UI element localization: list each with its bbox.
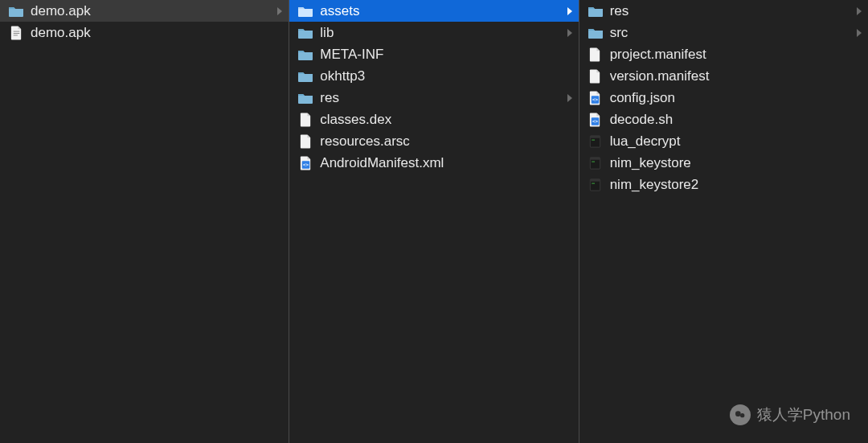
svg-rect-11 (592, 139, 595, 140)
file-row[interactable]: nim_keystore2 (579, 174, 868, 195)
file-row[interactable]: version.manifest (579, 65, 868, 87)
item-label: nim_keystore2 (610, 177, 863, 193)
folder-row[interactable]: META-INF (289, 43, 578, 65)
svg-rect-13 (590, 157, 600, 159)
item-label: res (320, 90, 559, 106)
column-2[interactable]: res src project.manifest version.manifes… (579, 0, 868, 443)
file-row[interactable]: lua_decrypt (579, 130, 868, 152)
item-label: demo.apk (31, 3, 269, 19)
chevron-right-icon (855, 3, 863, 19)
file-row[interactable]: project.manifest (579, 43, 868, 65)
column-1[interactable]: assets lib META-INF okhttp3 res classes.… (289, 0, 579, 443)
watermark: 猿人学Python (730, 404, 850, 425)
svg-text:<>: <> (592, 96, 599, 102)
svg-rect-16 (590, 178, 600, 181)
file-row[interactable]: classes.dex (289, 109, 578, 130)
file-row[interactable]: nim_keystore (579, 152, 868, 174)
chevron-right-icon (566, 3, 574, 19)
svg-rect-17 (592, 183, 595, 183)
svg-rect-14 (592, 161, 595, 162)
folder-icon (297, 4, 313, 18)
folder-icon (297, 91, 313, 105)
folder-row[interactable]: demo.apk (0, 0, 289, 22)
file-row[interactable]: <> config.json (579, 87, 868, 109)
svg-text:<>: <> (303, 162, 309, 167)
folder-icon (297, 26, 313, 39)
folder-icon (297, 69, 313, 83)
item-label: AndroidManifest.xml (320, 155, 573, 171)
folder-row[interactable]: assets (289, 0, 578, 22)
svg-rect-2 (13, 35, 17, 35)
folder-row[interactable]: res (579, 0, 868, 22)
file-code-icon: <> (297, 156, 313, 170)
file-icon (588, 69, 604, 83)
folder-row[interactable]: src (579, 22, 868, 43)
item-label: classes.dex (320, 112, 573, 128)
file-row[interactable]: <> decode.sh (579, 109, 868, 130)
folder-icon (297, 47, 313, 61)
file-icon (588, 47, 604, 61)
item-label: version.manifest (610, 68, 863, 84)
file-row[interactable]: demo.apk (0, 22, 289, 43)
chevron-right-icon (566, 90, 574, 106)
file-doc-icon (8, 26, 24, 39)
svg-text:<>: <> (592, 118, 599, 124)
file-icon (297, 113, 313, 126)
chevron-right-icon (855, 25, 863, 41)
folder-icon (8, 4, 24, 18)
svg-point-18 (735, 411, 741, 416)
file-row[interactable]: resources.arsc (289, 130, 578, 152)
item-label: config.json (610, 90, 863, 106)
finder-columns: demo.apk demo.apk assets lib META-INF ok… (0, 0, 868, 443)
chevron-right-icon (276, 3, 284, 19)
file-exec-icon (588, 134, 604, 148)
file-row[interactable]: <> AndroidManifest.xml (289, 152, 578, 174)
svg-rect-0 (13, 31, 19, 31)
item-label: okhttp3 (320, 68, 573, 84)
item-label: decode.sh (610, 112, 863, 128)
column-0[interactable]: demo.apk demo.apk (0, 0, 289, 443)
svg-rect-10 (590, 135, 600, 137)
folder-icon (588, 26, 604, 39)
wechat-icon (730, 404, 751, 425)
svg-rect-1 (13, 33, 19, 34)
item-label: assets (320, 3, 559, 19)
item-label: src (610, 25, 849, 41)
item-label: demo.apk (31, 25, 284, 41)
file-exec-icon (588, 178, 604, 191)
folder-row[interactable]: lib (289, 22, 578, 43)
chevron-right-icon (566, 25, 574, 41)
file-code-icon: <> (588, 91, 604, 105)
item-label: resources.arsc (320, 133, 573, 150)
item-label: res (610, 3, 849, 19)
watermark-text: 猿人学Python (757, 404, 850, 425)
folder-row[interactable]: res (289, 87, 578, 109)
svg-point-19 (740, 413, 744, 417)
item-label: project.manifest (610, 47, 863, 63)
file-code-icon: <> (588, 113, 604, 126)
file-icon (297, 134, 313, 148)
item-label: lib (320, 25, 559, 41)
item-label: lua_decrypt (610, 133, 863, 150)
item-label: META-INF (320, 47, 573, 63)
file-exec-icon (588, 156, 604, 170)
item-label: nim_keystore (610, 155, 863, 171)
folder-icon (588, 4, 604, 18)
folder-row[interactable]: okhttp3 (289, 65, 578, 87)
